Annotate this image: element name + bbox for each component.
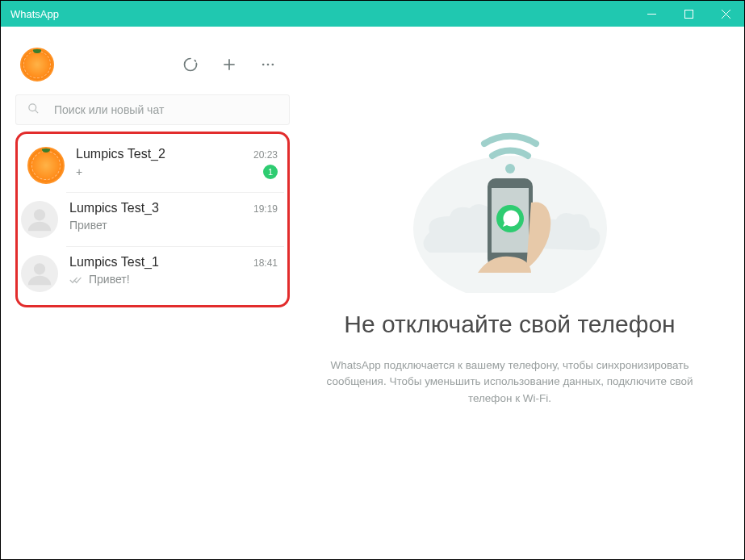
svg-rect-1 [684,10,693,18]
svg-line-10 [35,110,38,113]
svg-point-6 [262,64,265,66]
chat-list-highlight: Lumpics Test_2 20:23 + 1 Lumpics Test_3 [15,132,290,307]
sidebar: Lumpics Test_2 20:23 + 1 Lumpics Test_3 [15,43,290,543]
svg-point-12 [34,263,45,274]
menu-icon[interactable] [259,56,277,73]
chat-preview: Привет [69,219,278,232]
chat-avatar [27,147,65,184]
close-button[interactable] [707,1,744,27]
chat-avatar [21,255,58,292]
new-chat-icon[interactable] [220,56,238,73]
window-title: WhatsApp [10,8,633,20]
search-bar[interactable] [15,94,290,125]
chat-time: 18:41 [253,257,278,269]
svg-point-8 [272,64,274,66]
svg-point-9 [29,103,36,111]
chat-item[interactable]: Lumpics Test_3 19:19 Привет [66,192,284,246]
titlebar: WhatsApp [1,1,744,27]
read-checks-icon [69,274,82,286]
chat-avatar [21,201,58,238]
intro-subtitle: WhatsApp подключается к вашему телефону,… [324,357,696,408]
chat-preview: Привет! [89,273,278,286]
search-icon [27,102,40,118]
svg-point-11 [34,209,45,220]
svg-point-14 [505,164,515,173]
minimize-button[interactable] [633,1,670,27]
intro-title: Не отключайте свой телефон [344,309,675,340]
maximize-button[interactable] [670,1,707,27]
chat-name: Lumpics Test_3 [69,201,247,215]
profile-avatar[interactable] [20,48,54,81]
chat-preview: + [76,165,258,178]
phone-illustration [397,115,623,293]
svg-point-7 [267,64,270,66]
intro-pane: Не отключайте свой телефон WhatsApp подк… [290,43,730,543]
chat-time: 19:19 [253,203,278,215]
chat-name: Lumpics Test_1 [69,255,247,270]
chat-item[interactable]: Lumpics Test_2 20:23 + 1 [21,139,284,192]
sidebar-header [15,43,290,94]
status-icon[interactable] [182,56,199,73]
search-input[interactable] [54,103,278,116]
chat-name: Lumpics Test_2 [76,147,247,161]
chat-item[interactable]: Lumpics Test_1 18:41 Привет! [66,246,284,300]
chat-time: 20:23 [253,149,278,161]
unread-badge: 1 [263,165,278,179]
